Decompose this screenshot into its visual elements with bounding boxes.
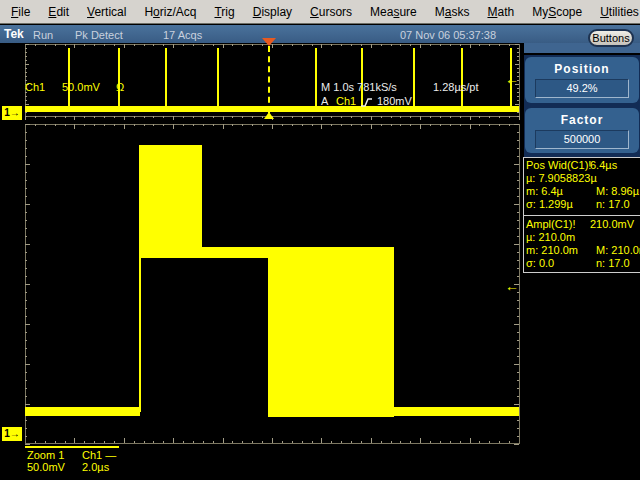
graticule-tick (282, 116, 283, 118)
graticule-tick (74, 44, 75, 48)
graticule-ruler (519, 124, 520, 444)
graticule-tick (94, 116, 95, 118)
graticule-tick (84, 441, 85, 443)
graticule-tick (517, 308, 519, 309)
pk-detect-spike (68, 48, 70, 106)
pk-detect-spike (413, 48, 415, 106)
graticule-tick (517, 252, 519, 253)
trigger-position-line (268, 46, 270, 113)
graticule-tick (35, 116, 36, 118)
menu-item-measure[interactable]: Measure (361, 5, 426, 19)
graticule-tick (232, 124, 233, 126)
graticule-tick (517, 276, 519, 277)
graticule-tick (25, 76, 27, 77)
graticule-tick (203, 116, 204, 118)
graticule-tick (514, 164, 519, 165)
menu-item-display[interactable]: Display (244, 5, 301, 19)
graticule-tick (351, 441, 352, 443)
zoom-time-label: 2.0µs (82, 461, 109, 473)
graticule-tick (173, 44, 174, 48)
graticule-tick (302, 116, 303, 118)
graticule-tick (173, 116, 174, 120)
graticule-tick (25, 96, 27, 97)
measurement-stat: M: 8.96µ (596, 185, 639, 197)
zoom-source-label: Ch1 — (82, 449, 116, 461)
graticule-tick (460, 441, 461, 443)
menu-item-myscope[interactable]: MyScope (523, 5, 591, 19)
graticule-tick (517, 220, 519, 221)
graticule-tick (134, 44, 135, 46)
graticule-tick (25, 148, 27, 149)
menu-item-vertical[interactable]: Vertical (78, 5, 135, 19)
graticule-tick (292, 116, 293, 118)
graticule-tick (400, 124, 401, 126)
graticule-tick (517, 48, 519, 49)
graticule-tick (420, 44, 421, 48)
graticule-tick (25, 356, 27, 357)
measurement-title: Pos Wid(C1)! (526, 159, 591, 171)
position-label: Position (525, 62, 639, 76)
graticule-tick (25, 428, 27, 429)
measurement-stat: n: 17.0 (596, 257, 630, 269)
graticule-tick (321, 124, 322, 129)
graticule-tick (262, 124, 263, 126)
menu-item-utilities[interactable]: Utilities (591, 5, 640, 19)
graticule-tick (94, 441, 95, 443)
menu-item-math[interactable]: Math (478, 5, 523, 19)
channel1-marker-zoom[interactable]: 1→ (2, 427, 22, 441)
zoom-label: Zoom 1 (27, 449, 64, 461)
graticule-tick (25, 112, 27, 113)
channel1-marker-main[interactable]: 1→ (2, 106, 22, 120)
position-value-field[interactable]: 49.2% (535, 79, 629, 98)
trigger-position-marker-icon[interactable] (262, 38, 276, 46)
graticule-tick (440, 44, 441, 46)
graticule-tick (371, 44, 372, 48)
graticule-tick (341, 116, 342, 118)
graticule-tick (351, 116, 352, 118)
graticule-tick (410, 124, 411, 126)
graticule-tick (514, 364, 519, 365)
graticule-tick (25, 332, 27, 333)
graticule-tick (499, 441, 500, 443)
graticule-tick (232, 116, 233, 118)
graticule-tick (153, 441, 154, 443)
graticule-tick (517, 116, 519, 117)
graticule-tick (25, 244, 30, 245)
rising-edge-icon (360, 97, 373, 108)
menu-item-masks[interactable]: Masks (426, 5, 479, 19)
menu-item-edit[interactable]: Edit (39, 5, 78, 19)
graticule-tick (514, 244, 519, 245)
graticule-tick (361, 441, 362, 443)
factor-panel: Factor 500000 (525, 108, 639, 153)
graticule-tick (321, 44, 322, 48)
menu-item-file[interactable]: File (2, 5, 39, 19)
pk-detect-spike (217, 48, 219, 106)
graticule-tick (252, 116, 253, 118)
menu-item-trig[interactable]: Trig (205, 5, 243, 19)
graticule-tick (55, 441, 56, 443)
pk-detect-spike (118, 48, 120, 106)
graticule-tick (124, 124, 125, 129)
graticule-tick (430, 441, 431, 443)
graticule-tick (144, 44, 145, 46)
graticule-tick (25, 156, 27, 157)
graticule-tick (213, 441, 214, 443)
graticule-tick (391, 44, 392, 46)
graticule-tick (430, 116, 431, 118)
menu-item-horizacq[interactable]: Horiz/Acq (135, 5, 205, 19)
graticule-tick (55, 44, 56, 46)
buttons-button[interactable]: Buttons (588, 29, 634, 47)
graticule-tick (400, 44, 401, 46)
graticule-tick (262, 441, 263, 443)
graticule-tick (479, 124, 480, 126)
graticule-tick (213, 124, 214, 126)
graticule-tick (517, 348, 519, 349)
menu-item-cursors[interactable]: Cursors (301, 5, 361, 19)
graticule-tick (517, 260, 519, 261)
graticule-tick (450, 124, 451, 126)
measurement-stat: n: 17.0 (596, 198, 630, 210)
factor-value-field[interactable]: 500000 (535, 130, 629, 149)
graticule-tick (410, 441, 411, 443)
graticule-tick (470, 438, 471, 443)
graticule-tick (104, 44, 105, 46)
